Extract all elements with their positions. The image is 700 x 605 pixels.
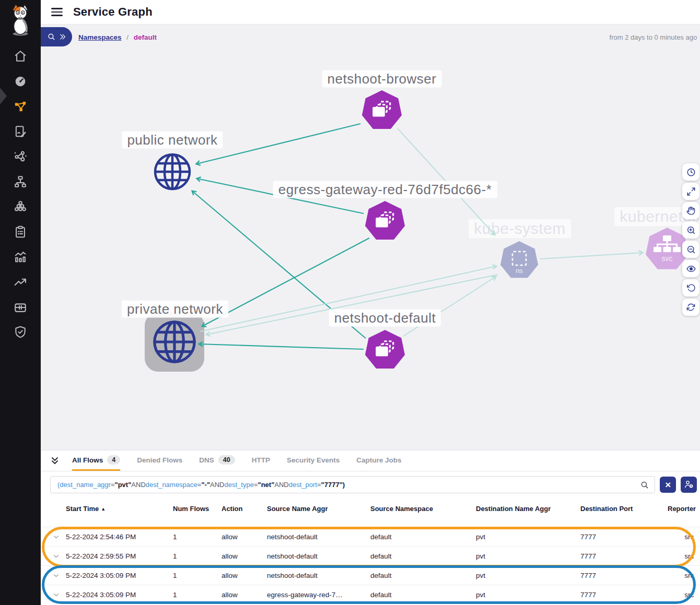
svc-badge: svc <box>662 254 673 263</box>
visibility-button[interactable] <box>682 260 699 277</box>
filter-token: dest_port <box>289 481 317 489</box>
table-row[interactable]: 5-22-2024 2:54:46 PM 1 allow netshoot-de… <box>41 527 700 546</box>
filter-token: AND <box>131 481 145 489</box>
filter-token: = <box>111 481 115 489</box>
sidebar-item-policies[interactable] <box>0 119 41 144</box>
sidebar-item-flow-visualizer[interactable] <box>0 144 41 169</box>
node-kube-system[interactable]: ns <box>500 241 539 280</box>
node-label-public-network[interactable]: public network <box>122 132 223 149</box>
tab-capture-jobs[interactable]: Capture Jobs <box>356 450 401 471</box>
sidebar-item-storage[interactable] <box>0 294 41 319</box>
cell-reporter: src <box>668 533 700 541</box>
filter-token: dest_name_aggr <box>60 481 111 489</box>
sidebar-item-threat-defense[interactable] <box>0 319 41 345</box>
node-label-netshoot-default[interactable]: netshoot-default <box>329 310 441 327</box>
sidebar-item-dashboard[interactable] <box>0 69 41 94</box>
cell-num-flows: 1 <box>173 552 221 560</box>
tab-all-flows[interactable]: All Flows 4 <box>72 450 120 471</box>
sidebar-item-statistics[interactable] <box>0 244 41 269</box>
node-netshoot-browser[interactable] <box>361 90 402 131</box>
tab-http[interactable]: HTTP <box>252 450 270 471</box>
cell-reporter: src <box>668 552 700 560</box>
tab-dns[interactable]: DNS 40 <box>199 450 235 471</box>
col-reporter[interactable]: Reporter <box>668 504 700 514</box>
filter-token: = <box>197 481 202 489</box>
cell-reporter: src <box>668 572 700 579</box>
node-label-netshoot-browser[interactable]: netshoot-browser <box>322 70 442 88</box>
sidebar-item-service-graph[interactable] <box>0 94 41 119</box>
node-label-egress-gateway[interactable]: egress-gateway-red-76d7f5dc66-* <box>273 181 497 198</box>
user-settings-button[interactable] <box>681 477 697 493</box>
filter-token: "7777" <box>321 481 343 489</box>
pan-button[interactable] <box>682 202 699 219</box>
table-row[interactable]: 5-22-2024 3:05:09 PM 1 allow egress-gate… <box>41 585 700 604</box>
service-graph-icon <box>14 100 27 113</box>
sidebar-item-network-topology[interactable] <box>0 169 41 194</box>
breadcrumb-namespaces-link[interactable]: Namespaces <box>78 33 122 41</box>
refresh-button[interactable] <box>682 299 699 316</box>
tab-label: All Flows <box>72 456 103 464</box>
col-num-flows[interactable]: Num Flows <box>173 504 221 514</box>
expand-row-icon[interactable] <box>46 533 66 540</box>
page-title: Service Graph <box>73 5 153 19</box>
table-row[interactable]: 5-22-2024 2:59:55 PM 1 allow netshoot-de… <box>41 546 700 565</box>
sidebar-item-home[interactable] <box>0 44 41 69</box>
zoom-in-button[interactable] <box>682 221 699 239</box>
flow-filter-input[interactable]: (dest_name_aggr = "pvt" AND dest_namespa… <box>50 476 655 493</box>
topology-tree-icon <box>14 175 27 188</box>
tab-denied-flows[interactable]: Denied Flows <box>137 450 182 471</box>
node-private-network[interactable] <box>145 312 204 372</box>
collapse-panel-button[interactable] <box>50 450 60 471</box>
sidebar <box>0 0 41 605</box>
table-row[interactable]: 5-22-2024 3:05:09 PM 1 allow netshoot-de… <box>41 565 700 585</box>
cell-start-time: 5-22-2024 3:05:09 PM <box>66 572 173 579</box>
time-button[interactable] <box>682 163 699 181</box>
ns-badge: ns <box>516 267 523 275</box>
clear-filter-button[interactable]: × <box>660 477 676 493</box>
col-destination-port[interactable]: Destination Port <box>580 504 668 514</box>
col-source-namespace[interactable]: Source Namespace <box>370 504 476 514</box>
col-destination-name-aggr[interactable]: Destination Name Aggr <box>476 504 580 514</box>
menu-toggle[interactable] <box>51 8 63 16</box>
cell-start-time: 5-22-2024 3:05:09 PM <box>66 591 173 599</box>
calico-logo[interactable] <box>0 0 41 37</box>
graph-canvas[interactable]: Namespaces / default from 2 days to 0 mi… <box>41 24 700 450</box>
node-egress-gateway[interactable] <box>365 201 405 242</box>
expand-row-icon[interactable] <box>46 553 66 560</box>
col-source-name-aggr[interactable]: Source Name Aggr <box>267 504 370 514</box>
replicaset-icon <box>373 338 397 362</box>
cluster-circles-icon <box>14 200 27 213</box>
expand-row-icon[interactable] <box>46 572 66 579</box>
cell-destination-name-aggr: pvt <box>476 591 580 599</box>
sidebar-item-clusters[interactable] <box>0 194 41 219</box>
cell-destination-port: 7777 <box>580 552 668 560</box>
filter-token: "pvt" <box>115 481 132 489</box>
cell-destination-name-aggr: pvt <box>476 552 580 560</box>
col-start-time[interactable]: Start Time▲ <box>66 504 173 514</box>
node-label-kube-system[interactable]: kube-system <box>469 219 571 238</box>
col-action[interactable]: Action <box>221 504 267 514</box>
filter-search-icon[interactable] <box>640 480 649 491</box>
flows-table-header: Start Time▲ Num Flows Action Source Name… <box>41 497 700 527</box>
sidebar-item-compliance[interactable] <box>0 219 41 244</box>
fit-to-screen-button[interactable] <box>682 183 699 200</box>
sidebar-item-trends[interactable] <box>0 269 41 294</box>
trending-up-icon <box>14 275 27 289</box>
clipboard-icon <box>14 225 27 239</box>
expand-row-icon[interactable] <box>46 591 66 598</box>
node-label-private-network[interactable]: private network <box>122 301 228 318</box>
cell-source-name-aggr: netshoot-default <box>267 552 370 560</box>
service-graph-app: Service Graph Namespaces / default from … <box>0 0 700 605</box>
undo-button[interactable] <box>682 279 699 296</box>
time-range-label[interactable]: from 2 days to 0 minutes ago <box>610 33 697 41</box>
tab-security-events[interactable]: Security Events <box>287 450 340 471</box>
zoom-out-button[interactable] <box>682 241 699 258</box>
node-public-network[interactable] <box>153 152 192 192</box>
node-netshoot-default[interactable] <box>365 330 405 371</box>
graph-search-toggle[interactable] <box>41 27 72 46</box>
cell-source-namespace: default <box>370 572 476 579</box>
filter-token: = <box>317 481 321 489</box>
flows-panel: All Flows 4 Denied Flows DNS 40 HTTP Sec… <box>41 450 700 605</box>
cell-reporter: src <box>668 591 700 599</box>
filter-token: "-" <box>201 481 210 489</box>
